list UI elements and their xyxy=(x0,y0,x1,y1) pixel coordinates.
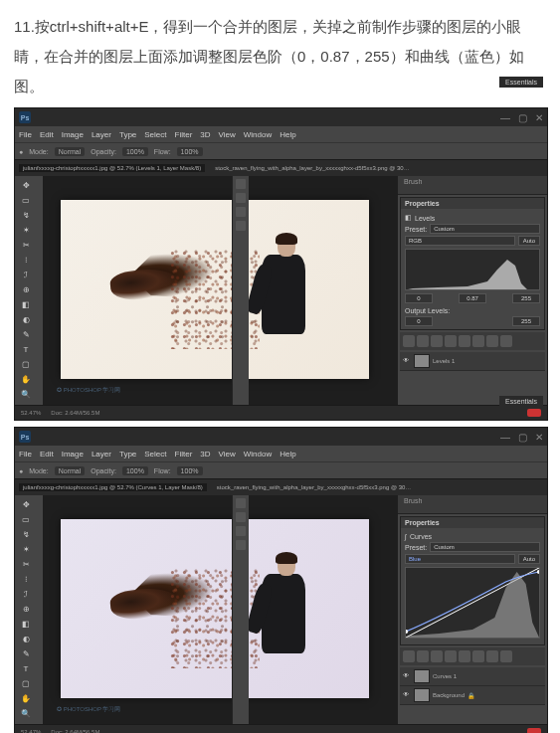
swatches-icon[interactable] xyxy=(236,512,246,522)
layer-name[interactable]: Background xyxy=(433,692,465,698)
brush-preset-icon[interactable]: ● xyxy=(19,148,23,155)
opacity-field[interactable]: 100% xyxy=(122,466,148,475)
adj-photo-filter-icon[interactable] xyxy=(500,650,512,662)
history-icon[interactable] xyxy=(236,179,246,189)
main-menu[interactable]: File Edit Image Layer Type Select Filter… xyxy=(15,126,547,142)
preset-dropdown[interactable]: Custom xyxy=(430,542,540,552)
adj-hue-icon[interactable] xyxy=(472,650,484,662)
menu-filter[interactable]: Filter xyxy=(175,450,193,458)
window-controls[interactable]: — ▢ ✕ xyxy=(500,112,543,123)
opacity-field[interactable]: 100% xyxy=(122,147,148,156)
workspace-switcher[interactable]: Essentials xyxy=(499,77,543,88)
menu-image[interactable]: Image xyxy=(62,130,84,139)
wand-tool-icon[interactable]: ✶ xyxy=(17,223,35,237)
menu-type[interactable]: Type xyxy=(119,450,136,458)
brush-tool-icon[interactable]: ℐ xyxy=(17,268,35,281)
marquee-tool-icon[interactable]: ▭ xyxy=(17,193,35,207)
crop-tool-icon[interactable]: ✂ xyxy=(17,557,35,571)
auto-button[interactable]: Auto xyxy=(518,554,540,564)
adj-brightness-icon[interactable] xyxy=(403,335,415,347)
mode-dropdown[interactable]: Normal xyxy=(55,466,86,475)
menu-layer[interactable]: Layer xyxy=(92,450,111,458)
layer-thumb[interactable] xyxy=(414,688,430,702)
notification-icon[interactable] xyxy=(527,728,541,733)
adj-vibrance-icon[interactable] xyxy=(459,335,470,347)
brush-tool-icon[interactable]: ℐ xyxy=(17,587,35,601)
adj-exposure-icon[interactable] xyxy=(445,650,457,662)
layers-panel[interactable]: 👁 Curves 1 👁 Background 🔒 xyxy=(400,667,545,705)
panel-dock-strip[interactable] xyxy=(232,176,249,405)
menu-type[interactable]: Type xyxy=(119,130,136,139)
adjustments-grid[interactable] xyxy=(400,647,545,665)
options-bar[interactable]: ● Mode: Normal Opacity: 100% Flow: 100% xyxy=(15,142,547,159)
menu-select[interactable]: Select xyxy=(144,130,166,139)
shape-tool-icon[interactable]: ▢ xyxy=(17,357,35,371)
text-tool-icon[interactable]: T xyxy=(17,342,35,356)
canvas[interactable] xyxy=(61,519,369,698)
auto-button[interactable]: Auto xyxy=(518,236,540,246)
visibility-icon[interactable]: 👁 xyxy=(403,357,411,365)
menu-view[interactable]: View xyxy=(219,450,236,458)
levels-highlight-input[interactable]: 255 xyxy=(512,293,540,303)
doc-tab-main[interactable]: julianfxxxxg-christophxxxxx1.jpg @ 52.7%… xyxy=(19,164,205,172)
notification-icon[interactable] xyxy=(527,409,541,417)
document-tabs[interactable]: julianfxxxxg-christophxxxxx1.jpg @ 52.7%… xyxy=(15,478,547,495)
adj-vibrance-icon[interactable] xyxy=(459,650,470,662)
layer-row-curves[interactable]: 👁 Curves 1 xyxy=(400,667,545,686)
adj-brightness-icon[interactable] xyxy=(403,650,415,662)
eraser-tool-icon[interactable]: ◧ xyxy=(17,297,35,311)
layer-thumb[interactable] xyxy=(414,354,430,368)
close-icon[interactable]: ✕ xyxy=(535,112,543,123)
maximize-icon[interactable]: ▢ xyxy=(518,112,527,123)
doc-tab-raven[interactable]: stock_raven_flying_with_alpha_layer_by_x… xyxy=(211,164,414,172)
menu-file[interactable]: File xyxy=(19,450,32,458)
toolbox[interactable]: ✥ ▭ ↯ ✶ ✂ ⁝ ℐ ⊕ ◧ ◐ ✎ T ▢ ✋ 🔍 xyxy=(15,176,43,405)
adjustments-icon[interactable] xyxy=(236,526,246,536)
menu-image[interactable]: Image xyxy=(62,450,84,458)
levels-histogram[interactable] xyxy=(405,249,540,290)
menu-window[interactable]: Window xyxy=(244,450,272,458)
properties-header[interactable]: Properties xyxy=(401,198,544,209)
brush-panel-tab[interactable]: Brush xyxy=(398,176,547,195)
channel-dropdown[interactable]: Blue xyxy=(405,554,515,564)
doc-tab-main[interactable]: julianfxxxxg-christophxxxxx1.jpg @ 52.7%… xyxy=(19,483,207,491)
hand-tool-icon[interactable]: ✋ xyxy=(17,691,35,705)
brush-preset-icon[interactable]: ● xyxy=(19,467,23,474)
levels-shadow-input[interactable]: 0 xyxy=(405,293,433,303)
doc-tab-raven[interactable]: stock_raven_flying_with_alpha_layer_by_x… xyxy=(213,483,416,491)
preset-dropdown[interactable]: Custom xyxy=(430,224,540,234)
visibility-icon[interactable]: 👁 xyxy=(403,672,411,680)
menu-filter[interactable]: Filter xyxy=(175,130,193,139)
zoom-level[interactable]: 52.47% xyxy=(21,410,41,416)
menu-edit[interactable]: Edit xyxy=(40,130,54,139)
history-icon[interactable] xyxy=(236,498,246,508)
zoom-tool-icon[interactable]: 🔍 xyxy=(17,706,35,720)
close-icon[interactable]: ✕ xyxy=(535,432,543,443)
zoom-tool-icon[interactable]: 🔍 xyxy=(17,387,35,401)
panel-dock-strip[interactable] xyxy=(232,495,249,724)
adj-bw-icon[interactable] xyxy=(486,335,498,347)
channel-dropdown[interactable]: RGB xyxy=(405,236,515,246)
pen-tool-icon[interactable]: ✎ xyxy=(17,327,35,341)
mode-dropdown[interactable]: Normal xyxy=(55,147,86,156)
canvas[interactable] xyxy=(61,200,369,379)
adj-curves-icon[interactable] xyxy=(431,335,443,347)
properties-header[interactable]: Properties xyxy=(401,517,544,528)
options-bar[interactable]: ● Mode: Normal Opacity: 100% Flow: 100% xyxy=(15,461,547,478)
shape-tool-icon[interactable]: ▢ xyxy=(17,676,35,690)
adj-photo-filter-icon[interactable] xyxy=(500,335,512,347)
minimize-icon[interactable]: — xyxy=(500,432,510,443)
gradient-tool-icon[interactable]: ◐ xyxy=(17,632,35,645)
canvas-area[interactable]: ✪ PHOTOSHOP 学习网 xyxy=(43,176,398,405)
adj-curves-icon[interactable] xyxy=(431,650,443,662)
eyedropper-tool-icon[interactable]: ⁝ xyxy=(17,572,35,586)
layer-name[interactable]: Levels 1 xyxy=(433,358,455,364)
hand-tool-icon[interactable]: ✋ xyxy=(17,372,35,386)
layer-thumb[interactable] xyxy=(414,669,430,683)
marquee-tool-icon[interactable]: ▭ xyxy=(17,512,35,526)
text-tool-icon[interactable]: T xyxy=(17,661,35,675)
visibility-icon[interactable]: 👁 xyxy=(403,691,411,699)
adj-bw-icon[interactable] xyxy=(486,650,498,662)
menu-help[interactable]: Help xyxy=(280,450,295,458)
output-highlight-input[interactable]: 255 xyxy=(512,316,540,326)
